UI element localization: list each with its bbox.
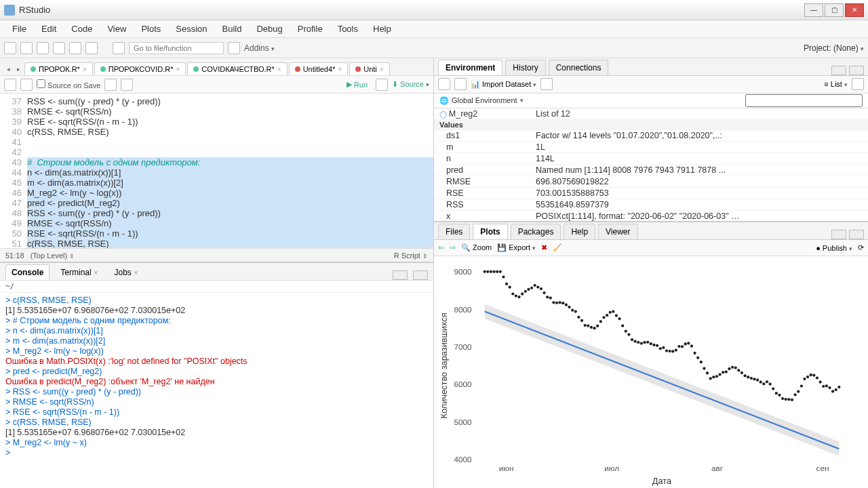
minimize-button[interactable]: — <box>804 3 823 17</box>
new-project-icon[interactable] <box>20 42 33 54</box>
menu-debug[interactable]: Debug <box>250 21 289 37</box>
source-button[interactable]: ⬇ Source ▾ <box>392 80 429 89</box>
tab-environment[interactable]: Environment <box>438 60 502 75</box>
menu-file[interactable]: File <box>5 21 33 37</box>
env-row[interactable]: predNamed num [1:114] 8008 7976 7943 791… <box>434 165 868 176</box>
env-row[interactable]: RMSE696.807569019822 <box>434 176 868 188</box>
import-dataset-menu[interactable]: 📊 Import Dataset ▾ <box>471 80 536 89</box>
close-tab-icon[interactable]: × <box>338 66 342 73</box>
clear-plots-icon[interactable]: 🧹 <box>553 243 562 252</box>
tab-console[interactable]: Console <box>5 264 50 280</box>
clear-workspace-icon[interactable] <box>540 78 553 90</box>
env-row[interactable]: xPOSIXct[1:114], format: "2020-06-02" "2… <box>434 211 868 221</box>
rerun-icon[interactable] <box>376 79 388 91</box>
code-editor[interactable]: 37RSS <- sum((y - pred) * (y - pred))38R… <box>0 94 433 248</box>
find-icon[interactable] <box>104 79 117 91</box>
menu-edit[interactable]: Edit <box>35 21 63 37</box>
publish-button[interactable]: ● Publish ▾ <box>816 244 852 252</box>
tab-help[interactable]: Help <box>564 224 595 239</box>
env-row[interactable]: n114L <box>434 153 868 165</box>
file-tab[interactable]: ПРОРОКCOVID.R*× <box>94 62 186 75</box>
print-icon[interactable] <box>85 42 98 54</box>
svg-point-52 <box>609 311 612 314</box>
close-tab-icon[interactable]: × <box>380 66 384 73</box>
menu-build[interactable]: Build <box>216 21 249 37</box>
grid-icon[interactable] <box>228 42 240 54</box>
tab-packages[interactable]: Packages <box>511 224 561 239</box>
close-button[interactable]: ✕ <box>845 3 864 17</box>
environment-grid[interactable]: M_reg2List of 12Valuesds1Factor w/ 114 l… <box>434 108 868 221</box>
env-row[interactable]: RSS55351649.8597379 <box>434 199 868 211</box>
tab-history[interactable]: History <box>505 60 545 75</box>
menu-code[interactable]: Code <box>64 21 99 37</box>
wand-icon[interactable] <box>121 79 133 91</box>
open-file-icon[interactable] <box>37 42 49 54</box>
file-tab[interactable]: Untitled4*× <box>289 62 349 75</box>
plots-maximize-icon[interactable] <box>849 230 864 239</box>
refresh-env-icon[interactable] <box>852 78 864 90</box>
env-minimize-icon[interactable] <box>831 66 846 75</box>
run-button[interactable]: ▶ Run <box>347 80 368 89</box>
save-all-icon[interactable] <box>69 42 81 54</box>
svg-point-44 <box>584 324 587 327</box>
tab-connections[interactable]: Connections <box>549 60 609 75</box>
popout-icon[interactable] <box>4 79 16 91</box>
env-maximize-icon[interactable] <box>849 66 864 75</box>
plot-next-icon[interactable]: ⇨ <box>450 243 456 252</box>
pane-minimize-icon[interactable] <box>393 270 408 280</box>
source-on-save-checkbox[interactable]: Source on Save <box>37 79 100 89</box>
export-button[interactable]: 💾 Export ▾ <box>497 243 536 252</box>
save-icon[interactable] <box>53 42 65 54</box>
file-tab[interactable]: Unti× <box>349 62 389 75</box>
menu-view[interactable]: View <box>100 21 133 37</box>
env-row[interactable]: Values <box>434 120 868 130</box>
env-view-mode[interactable]: ≡ List ▾ <box>824 80 848 88</box>
project-menu[interactable]: Project: (None) ▾ <box>804 43 864 53</box>
close-tab-icon[interactable]: × <box>277 66 281 73</box>
save-source-icon[interactable] <box>20 79 33 91</box>
close-tab-icon[interactable]: × <box>176 66 180 73</box>
file-tab-label: COVIDКАЧЕСТВО.R* <box>201 65 275 73</box>
console-output[interactable]: > c(RSS, RMSE, RSE)[1] 5.535165e+07 6.96… <box>0 293 433 488</box>
rstudio-logo-icon <box>4 5 15 16</box>
env-row[interactable]: m1L <box>434 142 868 153</box>
menu-session[interactable]: Session <box>169 21 214 37</box>
plot-prev-icon[interactable]: ⇦ <box>438 243 444 252</box>
tab-viewer[interactable]: Viewer <box>598 224 637 239</box>
file-tab[interactable]: COVIDКАЧЕСТВО.R*× <box>187 62 287 75</box>
env-row[interactable]: RSE703.001535888753 <box>434 188 868 199</box>
plots-minimize-icon[interactable] <box>831 230 846 239</box>
refresh-plot-icon[interactable]: ⟳ <box>858 243 864 252</box>
menu-tools[interactable]: Tools <box>331 21 365 37</box>
tab-nav-left-icon[interactable]: ◂ <box>4 63 13 75</box>
addins-menu[interactable]: Addins ▾ <box>244 43 275 53</box>
env-row[interactable]: M_reg2List of 12 <box>434 108 868 120</box>
env-search-input[interactable] <box>745 94 863 107</box>
menu-profile[interactable]: Profile <box>291 21 330 37</box>
svg-point-64 <box>646 341 649 344</box>
close-tab-icon[interactable]: × <box>83 66 87 73</box>
env-value: List of 12 <box>536 109 868 119</box>
tab-files[interactable]: Files <box>438 224 470 239</box>
load-workspace-icon[interactable] <box>438 78 450 90</box>
scope-indicator[interactable]: (Top Level) <box>31 251 67 260</box>
file-tab[interactable]: ПРОРОК.R*× <box>24 62 93 75</box>
tab-nav-right-icon[interactable]: ▸ <box>14 63 23 75</box>
menu-help[interactable]: Help <box>366 21 398 37</box>
goto-file-function-input[interactable] <box>129 42 224 54</box>
save-workspace-icon[interactable] <box>454 78 467 90</box>
zoom-button[interactable]: 🔍 Zoom <box>461 243 492 252</box>
remove-plot-icon[interactable]: ✖ <box>541 243 547 252</box>
pane-maximize-icon[interactable] <box>413 270 428 280</box>
menu-plots[interactable]: Plots <box>134 21 167 37</box>
language-indicator[interactable]: R Script <box>394 251 420 260</box>
tab-plots[interactable]: Plots <box>473 224 507 239</box>
env-row[interactable]: ds1Factor w/ 114 levels "01.07.2020","01… <box>434 130 868 142</box>
goto-icon[interactable] <box>113 42 125 54</box>
tab-terminal[interactable]: Terminal × <box>55 265 103 280</box>
environment-scope[interactable]: 🌐 Global Environment ▾ <box>434 94 868 108</box>
maximize-button[interactable]: ▢ <box>825 3 844 17</box>
tab-jobs[interactable]: Jobs × <box>108 265 143 280</box>
svg-point-114 <box>803 378 806 380</box>
new-file-icon[interactable] <box>4 42 16 54</box>
